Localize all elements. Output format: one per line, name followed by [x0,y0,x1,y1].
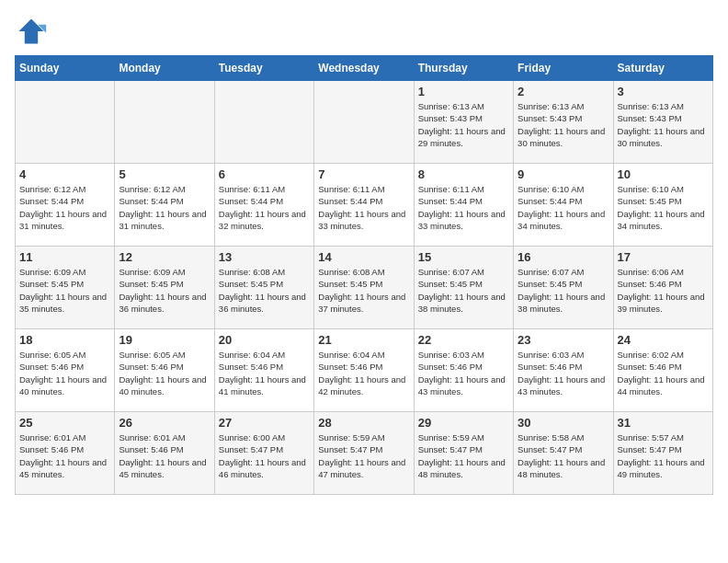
day-info: Sunrise: 6:09 AM Sunset: 5:45 PM Dayligh… [19,266,110,315]
day-number: 20 [219,333,310,347]
calendar-cell [16,81,115,164]
calendar-week-row: 4Sunrise: 6:12 AM Sunset: 5:44 PM Daylig… [16,164,713,247]
day-number: 6 [219,167,310,181]
calendar-cell [115,81,214,164]
day-number: 14 [318,250,409,264]
day-info: Sunrise: 6:13 AM Sunset: 5:43 PM Dayligh… [518,100,609,149]
day-number: 24 [618,333,709,347]
day-info: Sunrise: 6:01 AM Sunset: 5:46 PM Dayligh… [119,431,210,480]
day-number: 11 [19,250,110,264]
day-info: Sunrise: 6:13 AM Sunset: 5:43 PM Dayligh… [618,100,709,149]
calendar-cell: 14Sunrise: 6:08 AM Sunset: 5:45 PM Dayli… [314,247,414,329]
day-number: 28 [318,416,409,430]
day-info: Sunrise: 6:10 AM Sunset: 5:45 PM Dayligh… [618,183,709,232]
calendar-cell: 23Sunrise: 6:03 AM Sunset: 5:46 PM Dayli… [514,329,613,412]
day-number: 27 [219,416,310,430]
day-info: Sunrise: 6:11 AM Sunset: 5:44 PM Dayligh… [418,183,509,232]
calendar-cell: 2Sunrise: 6:13 AM Sunset: 5:43 PM Daylig… [514,81,613,164]
column-header-friday: Friday [514,56,613,81]
calendar-week-row: 18Sunrise: 6:05 AM Sunset: 5:46 PM Dayli… [16,329,713,412]
calendar-cell: 8Sunrise: 6:11 AM Sunset: 5:44 PM Daylig… [414,164,513,247]
calendar-cell: 13Sunrise: 6:08 AM Sunset: 5:45 PM Dayli… [214,247,313,329]
day-info: Sunrise: 6:04 AM Sunset: 5:46 PM Dayligh… [219,349,310,397]
day-info: Sunrise: 6:12 AM Sunset: 5:44 PM Dayligh… [19,183,110,232]
day-number: 18 [19,333,110,347]
day-number: 22 [418,333,509,347]
day-number: 7 [318,167,409,181]
day-number: 31 [618,416,709,430]
day-info: Sunrise: 6:02 AM Sunset: 5:46 PM Dayligh… [618,349,709,397]
calendar-cell: 12Sunrise: 6:09 AM Sunset: 5:45 PM Dayli… [115,247,214,329]
calendar-cell: 7Sunrise: 6:11 AM Sunset: 5:44 PM Daylig… [314,164,414,247]
calendar-cell: 22Sunrise: 6:03 AM Sunset: 5:46 PM Dayli… [414,329,513,412]
calendar-cell: 20Sunrise: 6:04 AM Sunset: 5:46 PM Dayli… [214,329,313,412]
logo-icon [15,15,48,48]
day-info: Sunrise: 6:11 AM Sunset: 5:44 PM Dayligh… [219,183,310,232]
logo [15,15,53,48]
calendar-cell: 6Sunrise: 6:11 AM Sunset: 5:44 PM Daylig… [214,164,313,247]
day-info: Sunrise: 6:03 AM Sunset: 5:46 PM Dayligh… [418,349,509,397]
calendar-cell: 24Sunrise: 6:02 AM Sunset: 5:46 PM Dayli… [613,329,712,412]
calendar-week-row: 25Sunrise: 6:01 AM Sunset: 5:46 PM Dayli… [16,412,713,495]
day-number: 17 [618,250,709,264]
day-info: Sunrise: 6:12 AM Sunset: 5:44 PM Dayligh… [119,183,210,232]
calendar-cell [314,81,414,164]
calendar-cell: 29Sunrise: 5:59 AM Sunset: 5:47 PM Dayli… [414,412,513,495]
calendar-cell: 5Sunrise: 6:12 AM Sunset: 5:44 PM Daylig… [115,164,214,247]
calendar-cell: 16Sunrise: 6:07 AM Sunset: 5:45 PM Dayli… [514,247,613,329]
day-info: Sunrise: 6:09 AM Sunset: 5:45 PM Dayligh… [119,266,210,315]
calendar-header-row: SundayMondayTuesdayWednesdayThursdayFrid… [16,56,713,81]
day-info: Sunrise: 6:01 AM Sunset: 5:46 PM Dayligh… [19,431,110,480]
day-info: Sunrise: 6:04 AM Sunset: 5:46 PM Dayligh… [318,349,409,397]
calendar-cell: 17Sunrise: 6:06 AM Sunset: 5:46 PM Dayli… [613,247,712,329]
day-number: 9 [518,167,609,181]
calendar-cell: 31Sunrise: 5:57 AM Sunset: 5:47 PM Dayli… [613,412,712,495]
day-number: 29 [418,416,509,430]
calendar-cell [214,81,313,164]
calendar-cell: 18Sunrise: 6:05 AM Sunset: 5:46 PM Dayli… [16,329,115,412]
day-number: 15 [418,250,509,264]
calendar-cell: 28Sunrise: 5:59 AM Sunset: 5:47 PM Dayli… [314,412,414,495]
day-number: 21 [318,333,409,347]
day-info: Sunrise: 5:58 AM Sunset: 5:47 PM Dayligh… [518,431,609,480]
column-header-wednesday: Wednesday [314,56,414,81]
day-info: Sunrise: 6:00 AM Sunset: 5:47 PM Dayligh… [219,431,310,480]
calendar-week-row: 11Sunrise: 6:09 AM Sunset: 5:45 PM Dayli… [16,247,713,329]
day-number: 19 [119,333,210,347]
day-number: 8 [418,167,509,181]
day-number: 26 [119,416,210,430]
calendar-cell: 10Sunrise: 6:10 AM Sunset: 5:45 PM Dayli… [613,164,712,247]
day-info: Sunrise: 6:08 AM Sunset: 5:45 PM Dayligh… [318,266,409,315]
day-info: Sunrise: 6:13 AM Sunset: 5:43 PM Dayligh… [418,100,509,149]
calendar-cell: 19Sunrise: 6:05 AM Sunset: 5:46 PM Dayli… [115,329,214,412]
calendar-cell: 30Sunrise: 5:58 AM Sunset: 5:47 PM Dayli… [514,412,613,495]
column-header-thursday: Thursday [414,56,513,81]
day-number: 16 [518,250,609,264]
day-number: 5 [119,167,210,181]
day-number: 1 [418,85,509,98]
calendar-cell: 11Sunrise: 6:09 AM Sunset: 5:45 PM Dayli… [16,247,115,329]
day-number: 30 [518,416,609,430]
calendar-cell: 27Sunrise: 6:00 AM Sunset: 5:47 PM Dayli… [214,412,313,495]
calendar-cell: 1Sunrise: 6:13 AM Sunset: 5:43 PM Daylig… [414,81,513,164]
day-info: Sunrise: 6:07 AM Sunset: 5:45 PM Dayligh… [518,266,609,315]
day-info: Sunrise: 6:03 AM Sunset: 5:46 PM Dayligh… [518,349,609,397]
column-header-saturday: Saturday [613,56,712,81]
calendar-cell: 25Sunrise: 6:01 AM Sunset: 5:46 PM Dayli… [16,412,115,495]
calendar-cell: 4Sunrise: 6:12 AM Sunset: 5:44 PM Daylig… [16,164,115,247]
day-info: Sunrise: 6:08 AM Sunset: 5:45 PM Dayligh… [219,266,310,315]
calendar-cell: 21Sunrise: 6:04 AM Sunset: 5:46 PM Dayli… [314,329,414,412]
day-info: Sunrise: 5:57 AM Sunset: 5:47 PM Dayligh… [618,431,709,480]
day-info: Sunrise: 5:59 AM Sunset: 5:47 PM Dayligh… [418,431,509,480]
day-info: Sunrise: 6:10 AM Sunset: 5:44 PM Dayligh… [518,183,609,232]
calendar-cell: 9Sunrise: 6:10 AM Sunset: 5:44 PM Daylig… [514,164,613,247]
calendar-cell: 3Sunrise: 6:13 AM Sunset: 5:43 PM Daylig… [613,81,712,164]
calendar-week-row: 1Sunrise: 6:13 AM Sunset: 5:43 PM Daylig… [16,81,713,164]
day-number: 12 [119,250,210,264]
day-info: Sunrise: 6:11 AM Sunset: 5:44 PM Dayligh… [318,183,409,232]
calendar-cell: 15Sunrise: 6:07 AM Sunset: 5:45 PM Dayli… [414,247,513,329]
column-header-monday: Monday [115,56,214,81]
day-info: Sunrise: 5:59 AM Sunset: 5:47 PM Dayligh… [318,431,409,480]
page-header [15,15,713,48]
day-info: Sunrise: 6:06 AM Sunset: 5:46 PM Dayligh… [618,266,709,315]
